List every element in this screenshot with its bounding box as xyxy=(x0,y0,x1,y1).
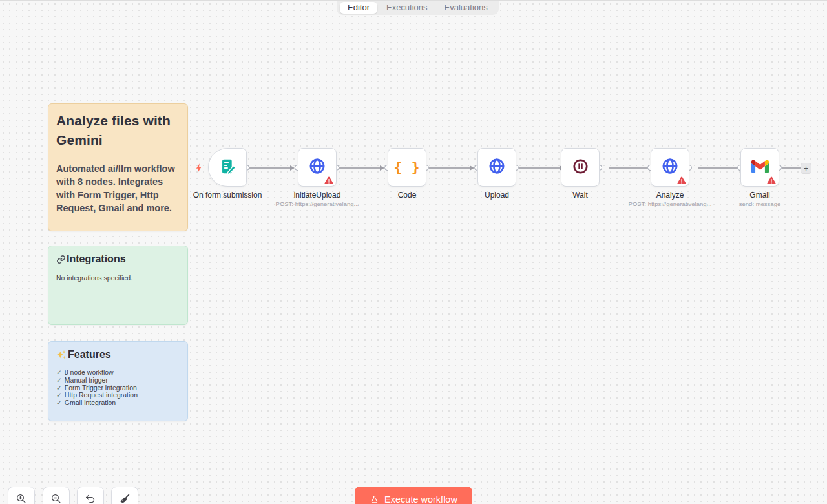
connection-wire[interactable] xyxy=(339,167,382,169)
sticky-title: Features xyxy=(68,349,111,361)
node-label: Analyze xyxy=(625,191,715,200)
node-label: initiateUpload xyxy=(272,191,362,200)
execute-workflow-button[interactable]: Execute workflow xyxy=(355,487,472,504)
execute-workflow-label: Execute workflow xyxy=(384,494,457,504)
node-wait[interactable] xyxy=(561,148,600,187)
view-tabbar: Editor Executions Evaluations xyxy=(337,1,499,15)
warning-icon xyxy=(324,176,333,184)
feature-item: ✓Gmail integration xyxy=(56,399,180,407)
node-label: Gmail xyxy=(715,191,805,200)
node-gmail[interactable] xyxy=(740,148,779,187)
check-icon: ✓ xyxy=(56,399,62,407)
globe-icon xyxy=(308,157,326,178)
feature-list: ✓8 node workflow ✓Manual trigger ✓Form T… xyxy=(56,369,180,407)
sparkles-icon xyxy=(56,350,67,360)
node-label: On form submission xyxy=(182,191,273,200)
connection-arrow-icon xyxy=(470,165,474,171)
sticky-title: Integrations xyxy=(67,253,126,265)
sticky-body: No integrations specified. xyxy=(56,274,180,282)
node-analyze[interactable] xyxy=(651,148,689,187)
zoom-in-button[interactable] xyxy=(8,487,35,504)
flask-icon xyxy=(370,495,379,504)
link-icon xyxy=(56,255,66,264)
connection-wire[interactable] xyxy=(609,167,651,169)
node-subtitle: POST: https://generativelang... xyxy=(269,200,366,207)
globe-icon xyxy=(661,157,679,178)
node-subtitle: POST: https://generativelang... xyxy=(622,200,718,207)
check-icon: ✓ xyxy=(56,377,62,384)
sticky-note-overview[interactable]: Analyze files with Gemini Automated ai/l… xyxy=(48,103,188,231)
globe-icon xyxy=(488,157,506,178)
pause-icon xyxy=(572,158,589,178)
tab-editor[interactable]: Editor xyxy=(340,2,377,14)
sticky-note-integrations[interactable]: Integrations No integrations specified. xyxy=(48,246,188,325)
code-braces-icon: { } xyxy=(394,160,421,175)
tidy-up-button[interactable] xyxy=(111,487,138,504)
connection-wire[interactable] xyxy=(519,167,561,169)
node-label: Wait xyxy=(535,191,625,200)
plus-icon: + xyxy=(804,164,808,173)
sticky-body: Automated ai/llm workflow with 8 nodes. … xyxy=(56,162,180,215)
node-on-form-submission[interactable] xyxy=(208,148,247,187)
connection-wire[interactable] xyxy=(782,167,801,169)
sticky-note-features[interactable]: Features ✓8 node workflow ✓Manual trigge… xyxy=(48,341,188,421)
node-subtitle: send: message xyxy=(711,200,808,207)
warning-icon xyxy=(677,176,686,184)
trigger-bolt-icon xyxy=(194,163,204,176)
node-label: Code xyxy=(362,191,452,200)
connection-wire[interactable] xyxy=(429,167,472,169)
form-trigger-icon xyxy=(219,158,236,178)
workflow-canvas[interactable]: Editor Executions Evaluations Analyze fi… xyxy=(0,0,827,504)
feature-item: ✓Manual trigger xyxy=(56,377,180,384)
tidy-up-icon xyxy=(119,493,131,504)
sticky-title: Analyze files with Gemini xyxy=(56,111,180,150)
node-code[interactable]: { } xyxy=(388,148,426,187)
node-initiateupload[interactable] xyxy=(298,148,337,187)
connection-wire[interactable] xyxy=(698,167,741,169)
connection-arrow-icon xyxy=(380,165,384,171)
connection-wire[interactable] xyxy=(249,167,292,169)
connection-arrow-icon xyxy=(290,165,295,171)
undo-icon xyxy=(85,493,96,504)
zoom-out-button[interactable] xyxy=(43,487,70,504)
zoom-in-icon xyxy=(16,493,27,504)
gmail-icon xyxy=(751,160,769,176)
undo-button[interactable] xyxy=(77,487,104,504)
node-label: Upload xyxy=(452,191,542,200)
node-upload[interactable] xyxy=(477,148,516,187)
zoom-out-icon xyxy=(50,493,62,504)
tab-executions[interactable]: Executions xyxy=(379,2,435,14)
warning-icon xyxy=(767,176,776,184)
tab-evaluations[interactable]: Evaluations xyxy=(437,2,496,14)
add-node-button[interactable]: + xyxy=(801,163,811,174)
